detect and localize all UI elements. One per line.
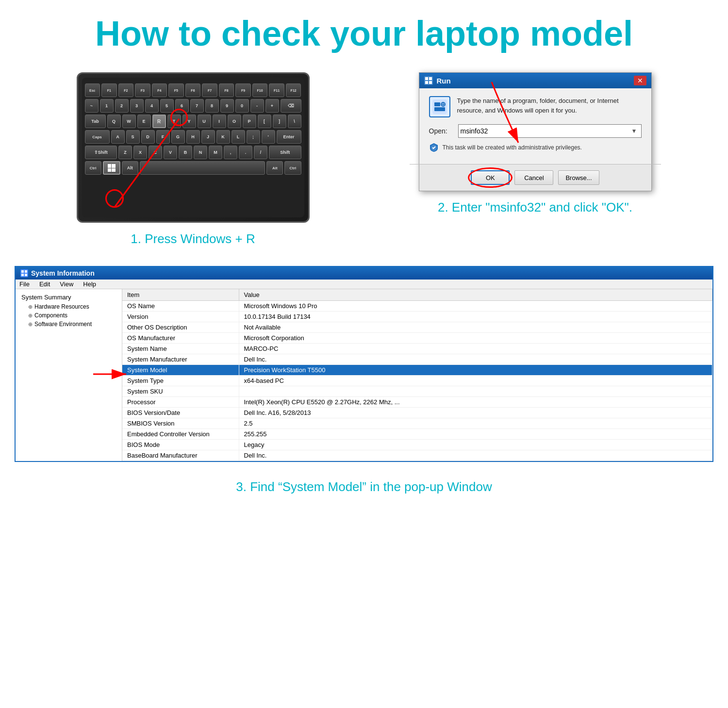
- menu-help[interactable]: Help: [83, 280, 96, 288]
- table-cell-item: Other OS Description: [122, 322, 239, 333]
- table-row[interactable]: BaseBoard ManufacturerDell Inc.: [122, 450, 712, 461]
- svg-rect-3: [425, 81, 428, 84]
- table-row[interactable]: Embedded Controller Version255.255: [122, 429, 712, 440]
- table-cell-value: 255.255: [239, 429, 712, 440]
- table-cell-item: BIOS Mode: [122, 440, 239, 450]
- menu-file[interactable]: File: [19, 280, 30, 288]
- menu-edit[interactable]: Edit: [39, 280, 50, 288]
- table-cell-value: [239, 386, 712, 397]
- step2-label: 2. Enter "msinfo32" and click "OK".: [438, 200, 632, 215]
- page-title: How to check your laptop model: [0, 0, 728, 63]
- table-cell-item: System Name: [122, 344, 239, 354]
- table-row[interactable]: ProcessorIntel(R) Xeon(R) CPU E5520 @ 2.…: [122, 397, 712, 408]
- table-cell-value: Precision WorkStation T5500: [239, 365, 712, 376]
- run-close-button[interactable]: ✕: [634, 76, 646, 85]
- run-desc-icon: [429, 96, 450, 117]
- table-cell-item: Processor: [122, 397, 239, 408]
- sysinfo-body: System Summary Hardware Resources Compon…: [16, 289, 712, 461]
- svg-rect-15: [25, 274, 27, 276]
- run-admin-text: This task will be created with administr…: [443, 144, 582, 151]
- table-cell-item: OS Name: [122, 301, 239, 312]
- table-cell-value: Dell Inc.: [239, 354, 712, 365]
- sidebar-item-software[interactable]: Software Environment: [18, 320, 119, 329]
- dialog-wrapper: Run ✕: [419, 72, 652, 191]
- ok-circle-wrapper: OK: [471, 170, 510, 185]
- svg-rect-13: [25, 270, 27, 273]
- svg-rect-1: [425, 77, 428, 80]
- run-input[interactable]: [461, 127, 629, 135]
- table-row[interactable]: System ManufacturerDell Inc.: [122, 354, 712, 365]
- sysinfo-main-wrapper: Item Value OS NameMicrosoft Windows 10 P…: [122, 289, 712, 461]
- table-cell-value: Intel(R) Xeon(R) CPU E5520 @ 2.27GHz, 22…: [239, 397, 712, 408]
- table-cell-value: Legacy: [239, 440, 712, 450]
- svg-rect-2: [429, 77, 432, 80]
- svg-rect-12: [21, 270, 24, 273]
- table-cell-item: System Manufacturer: [122, 354, 239, 365]
- table-cell-item: Version: [122, 312, 239, 322]
- table-cell-item: OS Manufacturer: [122, 333, 239, 344]
- run-icon: [424, 76, 433, 85]
- table-row[interactable]: SMBIOS Version2.5: [122, 418, 712, 429]
- table-row[interactable]: System ModelPrecision WorkStation T5500: [122, 365, 712, 376]
- sidebar-item-hardware[interactable]: Hardware Resources: [18, 302, 119, 311]
- run-ok-button[interactable]: OK: [471, 170, 510, 185]
- run-input-wrapper[interactable]: ▼: [458, 124, 642, 138]
- run-admin-row: This task will be created with administr…: [429, 143, 642, 152]
- col-item-header: Item: [122, 289, 239, 301]
- sidebar-item-summary[interactable]: System Summary: [18, 292, 119, 302]
- table-row[interactable]: OS ManufacturerMicrosoft Corporation: [122, 333, 712, 344]
- table-cell-value: 10.0.17134 Build 17134: [239, 312, 712, 322]
- table-cell-item: BaseBoard Manufacturer: [122, 450, 239, 461]
- run-cancel-button[interactable]: Cancel: [514, 170, 553, 185]
- table-cell-item: System Type: [122, 376, 239, 386]
- table-cell-value: Not Available: [239, 322, 712, 333]
- svg-rect-6: [434, 102, 440, 106]
- table-row[interactable]: System Typex64-based PC: [122, 376, 712, 386]
- key-rows: Esc F1 F2 F3 F4 F5 F6 F7 F8 F9 F10 F11 F…: [85, 83, 301, 214]
- table-cell-value: Microsoft Windows 10 Pro: [239, 301, 712, 312]
- run-buttons: OK Cancel Browse...: [419, 165, 651, 191]
- svg-rect-4: [429, 81, 432, 84]
- col-value-header: Value: [239, 289, 712, 301]
- run-dropdown-arrow[interactable]: ▼: [629, 127, 639, 135]
- sysinfo-table: Item Value OS NameMicrosoft Windows 10 P…: [122, 289, 712, 461]
- table-row[interactable]: Other OS DescriptionNot Available: [122, 322, 712, 333]
- table-cell-item: System SKU: [122, 386, 239, 397]
- table-cell-value: Microsoft Corporation: [239, 333, 712, 344]
- table-cell-item: System Model: [122, 365, 239, 376]
- table-cell-value: MARCO-PC: [239, 344, 712, 354]
- run-titlebar-left: Run: [424, 76, 451, 85]
- table-cell-item: BIOS Version/Date: [122, 408, 239, 418]
- run-body: Type the name of a program, folder, docu…: [419, 88, 651, 164]
- table-cell-value: x64-based PC: [239, 376, 712, 386]
- sidebar-item-components[interactable]: Components: [18, 311, 119, 320]
- sysinfo-main: Item Value OS NameMicrosoft Windows 10 P…: [122, 289, 712, 461]
- sysinfo-titlebar: System Information: [16, 267, 712, 280]
- shield-icon: [429, 143, 439, 152]
- run-open-row: Open: ▼: [429, 124, 642, 138]
- run-open-label: Open:: [429, 127, 453, 135]
- sysinfo-sidebar: System Summary Hardware Resources Compon…: [16, 289, 122, 461]
- table-cell-item: Embedded Controller Version: [122, 429, 239, 440]
- svg-rect-5: [432, 99, 447, 114]
- table-row[interactable]: BIOS ModeLegacy: [122, 440, 712, 450]
- run-titlebar: Run ✕: [419, 73, 651, 88]
- table-cell-value: 2.5: [239, 418, 712, 429]
- sysinfo-title: System Information: [31, 269, 95, 277]
- svg-rect-7: [434, 107, 445, 111]
- keyboard-column: Esc F1 F2 F3 F4 F5 F6 F7 F8 F9 F10 F11 F…: [29, 72, 357, 247]
- svg-rect-14: [21, 274, 24, 276]
- run-desc-row: Type the name of a program, folder, docu…: [429, 96, 642, 117]
- table-row[interactable]: OS NameMicrosoft Windows 10 Pro: [122, 301, 712, 312]
- run-dialog-column: Run ✕: [371, 72, 699, 215]
- table-cell-value: Dell Inc. A16, 5/28/2013: [239, 408, 712, 418]
- table-row[interactable]: Version10.0.17134 Build 17134: [122, 312, 712, 322]
- table-row[interactable]: BIOS Version/DateDell Inc. A16, 5/28/201…: [122, 408, 712, 418]
- table-row[interactable]: System SKU: [122, 386, 712, 397]
- menu-view[interactable]: View: [60, 280, 73, 288]
- run-browse-button[interactable]: Browse...: [558, 170, 599, 185]
- top-section: Esc F1 F2 F3 F4 F5 F6 F7 F8 F9 F10 F11 F…: [0, 63, 728, 251]
- table-cell-value: Dell Inc.: [239, 450, 712, 461]
- table-row[interactable]: System NameMARCO-PC: [122, 344, 712, 354]
- keyboard-image: Esc F1 F2 F3 F4 F5 F6 F7 F8 F9 F10 F11 F…: [77, 72, 310, 223]
